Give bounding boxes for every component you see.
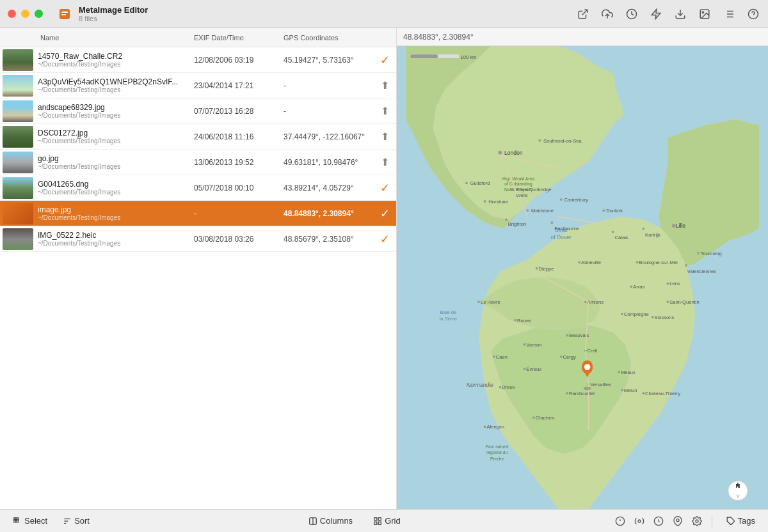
download-icon[interactable] xyxy=(673,7,687,21)
bottom-tool-2[interactable] xyxy=(632,514,646,528)
svg-text:Perche: Perche xyxy=(490,457,504,461)
svg-rect-131 xyxy=(17,520,19,522)
file-thumbnail xyxy=(0,124,35,150)
svg-point-146 xyxy=(676,519,679,521)
svg-point-72 xyxy=(514,319,516,322)
app-subtitle: 8 files xyxy=(79,15,148,22)
sort-label: Sort xyxy=(74,516,90,526)
external-link-icon[interactable] xyxy=(576,7,590,21)
file-thumbnail xyxy=(0,226,35,252)
file-exif: 13/06/2013 19:52 xyxy=(189,158,278,167)
table-row[interactable]: G0041265.dng ~/Documents/Testing/Images … xyxy=(0,175,396,201)
svg-point-32 xyxy=(526,209,529,212)
file-status[interactable]: ⬆ xyxy=(374,156,396,168)
svg-text:Versailles: Versailles xyxy=(590,382,611,387)
bottom-tool-3[interactable] xyxy=(652,514,666,528)
svg-text:Chartres: Chartres xyxy=(536,415,554,421)
svg-text:Guildford: Guildford xyxy=(470,180,490,186)
svg-text:Baie de: Baie de xyxy=(440,309,457,315)
file-exif: 12/08/2006 03:19 xyxy=(189,56,278,65)
svg-point-88 xyxy=(618,371,620,373)
file-gps: 45.19427°, 5.73163° xyxy=(278,56,374,65)
upload-icon[interactable]: ⬆ xyxy=(381,105,389,117)
file-name: G0041265.dng xyxy=(38,180,186,189)
svg-rect-1 xyxy=(61,12,68,13)
svg-text:Normandie: Normandie xyxy=(467,382,493,388)
upload-icon[interactable] xyxy=(600,7,614,21)
file-status: ✓ xyxy=(374,207,396,221)
svg-rect-130 xyxy=(14,520,16,522)
svg-rect-138 xyxy=(378,517,381,520)
table-row[interactable]: go.jpg ~/Documents/Testing/Images 13/06/… xyxy=(0,150,396,175)
svg-point-38 xyxy=(550,221,553,224)
file-status[interactable]: ⬆ xyxy=(374,79,396,91)
upload-icon[interactable]: ⬆ xyxy=(381,156,389,168)
file-gps: - xyxy=(278,107,374,116)
bottom-tool-4[interactable] xyxy=(671,514,685,528)
svg-rect-112 xyxy=(410,54,438,58)
select-label: Select xyxy=(24,516,47,526)
bottom-settings-icon[interactable] xyxy=(690,514,704,528)
svg-text:Eastbourne: Eastbourne xyxy=(554,226,579,231)
file-gps: 49.63181°, 10.98476° xyxy=(278,158,374,167)
sort-button[interactable]: Sort xyxy=(56,513,96,528)
column-headers: Name EXIF Date/Time GPS Coordinates xyxy=(0,28,396,47)
file-info: IMG_0522 2.heic ~/Documents/Testing/Imag… xyxy=(35,231,189,247)
table-row[interactable]: 14570_Raw_Challe.CR2 ~/Documents/Testing… xyxy=(0,47,396,73)
file-thumbnail xyxy=(0,73,35,98)
map-panel: 48.84883°, 2.30894° xyxy=(397,28,768,509)
minimize-button[interactable] xyxy=(21,10,29,18)
table-row[interactable]: andscape68329.jpg ~/Documents/Testing/Im… xyxy=(0,98,396,124)
svg-text:Lille: Lille xyxy=(676,223,685,229)
upload-icon[interactable]: ⬆ xyxy=(381,79,389,91)
table-row[interactable]: A3pQuViEy54adKQ1WNEPB2Q2nSvIF... ~/Docum… xyxy=(0,73,396,98)
svg-point-70 xyxy=(477,301,480,303)
map-container[interactable]: Strait of Dover London Southend-on-Sea G… xyxy=(397,46,768,509)
svg-text:Soissons: Soissons xyxy=(654,315,674,320)
lightning-icon[interactable] xyxy=(649,7,663,21)
svg-text:100 km: 100 km xyxy=(460,54,476,60)
file-status[interactable]: ⬆ xyxy=(374,105,396,117)
svg-point-109 xyxy=(484,425,486,428)
svg-rect-137 xyxy=(374,517,377,520)
tags-label: Tags xyxy=(738,516,755,526)
file-info: DSC01272.jpg ~/Documents/Testing/Images xyxy=(35,129,189,145)
map-coordinates: 48.84883°, 2.30894° xyxy=(403,33,474,42)
file-status[interactable]: ⬆ xyxy=(374,130,396,143)
table-row[interactable]: image.jpg ~/Documents/Testing/Images - 4… xyxy=(0,201,396,226)
svg-text:of Dover: of Dover xyxy=(550,234,572,240)
select-button[interactable]: Select xyxy=(6,513,54,528)
bottom-tool-1[interactable] xyxy=(613,514,627,528)
svg-text:Abbeville: Abbeville xyxy=(581,260,601,265)
file-info: andscape68329.jpg ~/Documents/Testing/Im… xyxy=(35,103,189,119)
upload-icon[interactable]: ⬆ xyxy=(381,130,389,143)
svg-text:Calais: Calais xyxy=(614,235,628,240)
col-header-gps: GPS Coordinates xyxy=(278,34,374,42)
svg-point-82 xyxy=(493,356,495,358)
tags-button[interactable]: Tags xyxy=(720,513,762,528)
help-icon[interactable] xyxy=(746,7,760,21)
history-icon[interactable] xyxy=(625,7,639,21)
svg-point-147 xyxy=(696,520,698,522)
maximize-button[interactable] xyxy=(35,10,43,18)
list-view-icon[interactable] xyxy=(722,7,736,21)
svg-point-23 xyxy=(538,139,541,142)
grid-button[interactable]: Grid xyxy=(367,513,407,528)
table-row[interactable]: DSC01272.jpg ~/Documents/Testing/Images … xyxy=(0,124,396,150)
svg-text:Meaux: Meaux xyxy=(621,370,636,375)
file-panel: Name EXIF Date/Time GPS Coordinates 1457… xyxy=(0,28,397,509)
svg-text:Horsham: Horsham xyxy=(488,199,508,205)
file-name: image.jpg xyxy=(38,205,186,214)
close-button[interactable] xyxy=(8,10,16,18)
main-content: Name EXIF Date/Time GPS Coordinates 1457… xyxy=(0,28,768,509)
svg-point-144 xyxy=(638,520,641,522)
svg-text:Creil: Creil xyxy=(588,348,598,354)
window-controls xyxy=(8,10,43,18)
file-path: ~/Documents/Testing/Images xyxy=(38,61,186,68)
columns-button[interactable]: Columns xyxy=(302,513,359,528)
svg-text:Dreux: Dreux xyxy=(502,384,515,390)
table-row[interactable]: IMG_0522 2.heic ~/Documents/Testing/Imag… xyxy=(0,226,396,252)
svg-point-36 xyxy=(505,219,508,221)
photos-icon[interactable] xyxy=(698,7,712,21)
file-thumbnail xyxy=(0,175,35,201)
